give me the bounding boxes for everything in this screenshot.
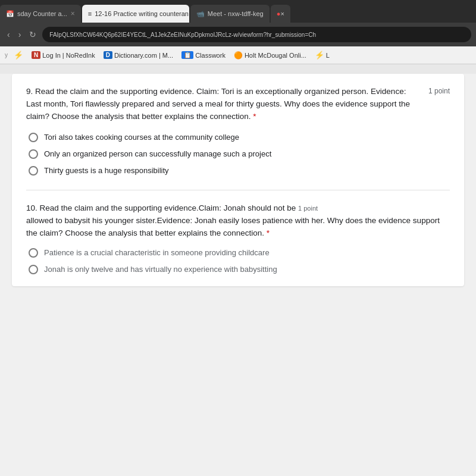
question-10-body-2: allowed to babysit his younger sister.Ev…: [26, 216, 440, 237]
option-9-3-text: Thirty guests is a huge responsibility: [44, 166, 169, 175]
radio-9-1[interactable]: [29, 133, 38, 142]
tab-x-label: ×: [280, 10, 284, 17]
noredink-label: Log In | NoRedInk: [42, 52, 95, 59]
radio-9-2[interactable]: [29, 149, 38, 159]
tab-counter[interactable]: 📅 sday Counter a... ×: [0, 5, 81, 23]
tab-close-btn[interactable]: ● ×: [271, 5, 290, 23]
holt-label: Holt McDougal Onli...: [245, 52, 306, 59]
classwork-label: Classwork: [195, 52, 226, 59]
question-9-option-3[interactable]: Thirty guests is a huge responsibility: [29, 166, 450, 176]
back-button[interactable]: ‹: [5, 29, 12, 40]
bookmark-dictionary[interactable]: D Dictionary.com | M...: [101, 50, 176, 60]
question-10-header: 10. Read the claim and the supporting ev…: [26, 202, 450, 240]
bolt2-icon: ⚡: [315, 51, 324, 60]
bookmark-bolt1[interactable]: ⚡: [11, 49, 26, 61]
option-10-1-text: Patience is a crucial characteristic in …: [44, 248, 270, 257]
refresh-button[interactable]: ↻: [27, 29, 39, 40]
classwork-icon: 📋: [181, 51, 193, 59]
question-9-options: Tori also takes cooking courses at the c…: [26, 133, 450, 176]
holt-icon: 🟠: [234, 51, 243, 60]
bookmark-noredink[interactable]: N Log In | NoRedInk: [29, 50, 98, 60]
browser-chrome: 📅 sday Counter a... × ≡ 12-16 Practice w…: [0, 0, 476, 64]
question-9-option-1[interactable]: Tori also takes cooking courses at the c…: [29, 133, 450, 142]
tab-counter-close[interactable]: ×: [71, 10, 75, 18]
question-10-option-1[interactable]: Patience is a crucial characteristic in …: [29, 248, 450, 258]
radio-9-3[interactable]: [29, 166, 38, 176]
tab-meet-label: Meet - nxw-tdff-keg: [208, 10, 264, 17]
question-10-body: Read the claim and the supporting eviden…: [40, 203, 299, 212]
tab-practice-label: 12-16 Practice writing counteran...: [95, 10, 189, 17]
question-9-number: 9.: [26, 87, 33, 96]
tab-meet-icon: 📹: [196, 10, 205, 18]
tab-practice-icon: ≡: [88, 10, 92, 17]
option-9-2-text: Only an organized person can successfull…: [44, 149, 271, 158]
question-9-body: Read the claim and the supporting eviden…: [26, 87, 410, 121]
question-10-block: 10. Read the claim and the supporting ev…: [26, 202, 450, 274]
question-10-text: 10. Read the claim and the supporting ev…: [26, 202, 450, 240]
forward-button[interactable]: ›: [16, 29, 24, 40]
question-10-options: Patience is a crucial characteristic in …: [26, 248, 450, 274]
question-10-option-2[interactable]: Jonah is only twelve and has virtually n…: [29, 265, 450, 274]
question-9-option-2[interactable]: Only an organized person can successfull…: [29, 149, 450, 159]
main-content: 9. Read the claim and the supporting evi…: [0, 74, 476, 476]
address-bar-text: FAIpQLSfXhCW64KQ6p62IE4YECtL_A1JekZeEINu…: [49, 32, 316, 38]
bookmark-classwork[interactable]: 📋 Classwork: [179, 50, 228, 60]
option-10-2-text: Jonah is only twelve and has virtually n…: [44, 265, 277, 274]
section-divider: [26, 190, 450, 190]
tab-counter-icon: 📅: [6, 10, 14, 18]
dictionary-icon: D: [104, 51, 112, 59]
address-bar-area: ‹ › ↻ FAIpQLSfXhCW64KQ6p62IE4YECtL_A1Jek…: [0, 23, 476, 46]
question-9-header: 9. Read the claim and the supporting evi…: [26, 86, 450, 123]
tab-bar: 📅 sday Counter a... × ≡ 12-16 Practice w…: [0, 0, 476, 23]
question-10-number: 10.: [26, 203, 37, 212]
question-9-text: 9. Read the claim and the supporting evi…: [26, 86, 421, 123]
option-9-1-text: Tori also takes cooking courses at the c…: [44, 133, 239, 142]
bolt1-icon: ⚡: [14, 51, 23, 60]
tab-counter-label: sday Counter a...: [17, 10, 67, 17]
form-container: 9. Read the claim and the supporting evi…: [12, 74, 464, 286]
bolt2-extra: L: [326, 52, 330, 59]
bookmark-holt[interactable]: 🟠 Holt McDougal Onli...: [231, 50, 309, 61]
radio-10-2[interactable]: [29, 265, 38, 274]
bookmarks-bar: y ⚡ N Log In | NoRedInk D Dictionary.com…: [0, 46, 476, 64]
radio-10-1[interactable]: [29, 248, 38, 258]
tab-practice[interactable]: ≡ 12-16 Practice writing counteran... ×: [82, 5, 189, 23]
tab-meet[interactable]: 📹 Meet - nxw-tdff-keg: [190, 5, 270, 23]
bookmark-bolt2[interactable]: ⚡ L: [312, 49, 332, 61]
noredink-icon: N: [32, 51, 40, 59]
bookmarks-label: y: [5, 52, 8, 58]
address-bar[interactable]: FAIpQLSfXhCW64KQ6p62IE4YECtL_A1JekZeEINu…: [42, 27, 471, 42]
question-10-points-inline: 1 point: [298, 205, 318, 212]
dictionary-label: Dictionary.com | M...: [114, 52, 173, 59]
question-9-block: 9. Read the claim and the supporting evi…: [26, 86, 450, 176]
question-9-points: 1 point: [428, 86, 450, 95]
